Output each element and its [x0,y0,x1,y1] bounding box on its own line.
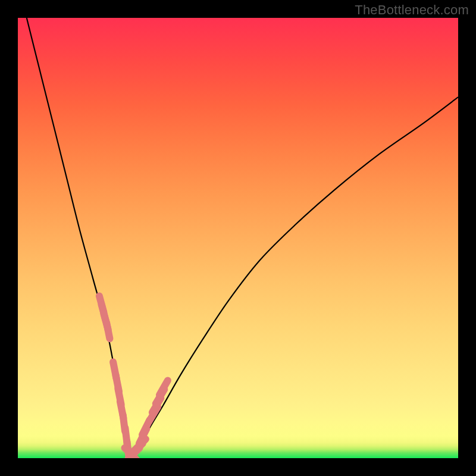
curve-marker [159,380,168,394]
chart-frame: TheBottleneck.com [0,0,476,476]
curve-marker [107,322,109,339]
plot-area [18,18,458,458]
watermark-text: TheBottleneck.com [355,2,469,18]
bottleneck-curve [27,18,458,455]
curve-layer [18,18,458,458]
marker-group [99,296,168,458]
